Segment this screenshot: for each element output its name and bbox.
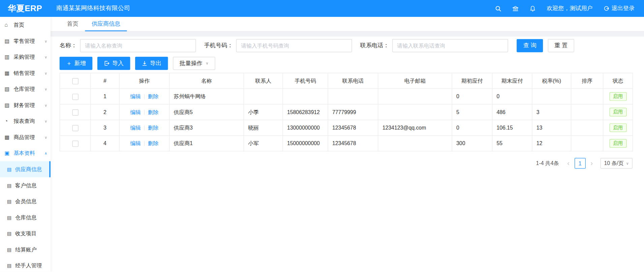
delete-link[interactable]: 删除	[148, 125, 159, 131]
row-actions: 编辑删除	[119, 89, 170, 104]
sidebar-item[interactable]: ▣基本资料∧	[0, 145, 51, 161]
add-button-label: 新增	[74, 60, 86, 67]
retail-icon: ▤	[4, 38, 10, 44]
next-page-button[interactable]: ›	[586, 158, 597, 169]
row-actions: 编辑删除	[119, 136, 170, 151]
cell-sort	[571, 120, 603, 135]
name-filter-input[interactable]	[80, 39, 196, 52]
sidebar-item[interactable]: ⌂首页	[0, 17, 51, 33]
app-root: 华夏ERP 南通某某网络科技有限公司 欢迎您，测试用户 退出登录 ⌂首页▤零售管…	[0, 0, 644, 272]
page-content: 名称： 手机号码： 联系电话： 查 询 重 置 ＋ 新增	[51, 36, 644, 168]
sidebar-item[interactable]: ▧仓库管理∨	[0, 81, 51, 97]
page-number-button[interactable]: 1	[575, 158, 586, 169]
column-header: 联系电话	[328, 73, 378, 88]
mobile-filter-input[interactable]	[236, 39, 352, 52]
cell-mobile: 13000000000	[283, 120, 328, 135]
edit-link[interactable]: 编辑	[130, 125, 141, 131]
sidebar-subitem-label: 经手人管理	[15, 262, 42, 269]
sidebar-item-label: 财务管理	[13, 101, 35, 109]
doc-icon: ▤	[7, 215, 13, 220]
cell-sort	[571, 89, 603, 104]
telephone-filter-input[interactable]	[392, 39, 508, 52]
export-button[interactable]: 导出	[135, 57, 168, 70]
batch-operations-button[interactable]: 批量操作 ∨	[173, 57, 215, 70]
chevron-down-icon: ∨	[206, 61, 209, 65]
delete-link[interactable]: 删除	[148, 140, 159, 146]
pagination: 1-4 共4条 ‹ 1 › 10 条/页 ∨	[60, 158, 633, 169]
sidebar-subitem[interactable]: ▤供应商信息	[0, 161, 51, 178]
cell-mobile	[283, 89, 328, 104]
tab-home[interactable]: 首页	[60, 17, 85, 31]
delete-link[interactable]: 删除	[148, 109, 159, 115]
sidebar-subitem[interactable]: ▤经手人管理	[0, 257, 51, 272]
search-button[interactable]: 查 询	[517, 39, 543, 52]
sidebar-item[interactable]: ▥采购管理∨	[0, 49, 51, 65]
chevron-down-icon: ∨	[44, 119, 47, 123]
sales-icon: ▦	[4, 70, 10, 76]
bank-icon[interactable]	[512, 5, 519, 12]
sidebar-subitem[interactable]: ▤客户信息	[0, 177, 51, 193]
cell-name: 供应商3	[170, 120, 244, 135]
table-row: 3编辑删除供应商3晓丽13000000000123456781234123@qq…	[60, 120, 633, 135]
cell-email	[378, 136, 452, 151]
add-button[interactable]: ＋ 新增	[60, 57, 93, 70]
row-checkbox[interactable]	[72, 109, 78, 115]
row-checkbox[interactable]	[72, 125, 78, 131]
edit-link[interactable]: 编辑	[130, 140, 141, 146]
edit-link[interactable]: 编辑	[130, 109, 141, 115]
sidebar-item-label: 仓库管理	[13, 85, 35, 93]
cell-sort	[571, 104, 603, 120]
bell-icon[interactable]	[529, 5, 536, 12]
row-checkbox[interactable]	[72, 140, 78, 146]
row-actions: 编辑删除	[119, 120, 170, 135]
action-divider	[144, 110, 145, 115]
sidebar-item-label: 基本资料	[13, 149, 35, 157]
sidebar-item[interactable]: ◔报表查询∨	[0, 113, 51, 129]
sidebar-item-label: 商品管理	[13, 133, 35, 141]
chevron-down-icon: ∨	[44, 87, 47, 91]
cell-tax: 3	[532, 104, 571, 120]
sidebar-subitem[interactable]: ▤会员信息	[0, 193, 51, 210]
row-checkbox[interactable]	[72, 93, 78, 100]
sidebar-item-label: 销售管理	[13, 69, 35, 77]
status-badge: 启用	[609, 92, 626, 101]
reset-button[interactable]: 重 置	[548, 39, 574, 52]
delete-link[interactable]: 删除	[148, 93, 159, 99]
row-actions: 编辑删除	[119, 104, 170, 120]
doc-icon: ▤	[7, 230, 13, 236]
sidebar-item-label: 首页	[13, 21, 24, 29]
edit-link[interactable]: 编辑	[130, 93, 141, 99]
column-header: 排序	[571, 73, 603, 88]
select-all-checkbox[interactable]	[72, 78, 78, 84]
sidebar-item[interactable]: ▤零售管理∨	[0, 33, 51, 49]
table-header-row: #操作名称联系人手机号码联系电话电子邮箱期初应付期末应付税率(%)排序状态	[60, 73, 633, 88]
chevron-down-icon: ∨	[44, 55, 47, 59]
page-size-select[interactable]: 10 条/页 ∨	[600, 158, 632, 169]
prev-page-button[interactable]: ‹	[563, 158, 574, 169]
sidebar-subitem[interactable]: ▤结算账户	[0, 241, 51, 257]
sidebar-item[interactable]: ▦销售管理∨	[0, 65, 51, 81]
sidebar-item[interactable]: ▩商品管理∨	[0, 129, 51, 145]
cell-end: 0	[492, 89, 532, 104]
search-icon[interactable]	[495, 5, 502, 12]
table-row: 1编辑删除苏州蜗牛网络00启用	[60, 89, 633, 104]
sidebar-subitem-label: 仓库信息	[15, 214, 36, 221]
action-divider	[144, 126, 145, 131]
sidebar-subitem[interactable]: ▤仓库信息	[0, 209, 51, 225]
sidebar-item[interactable]: ▨财务管理∨	[0, 97, 51, 113]
cell-begin: 0	[452, 120, 492, 135]
cell-begin: 0	[452, 89, 492, 104]
sidebar-subitem-label: 客户信息	[15, 182, 36, 189]
status-badge: 启用	[609, 139, 626, 148]
tab-supplier-info[interactable]: 供应商信息	[85, 17, 127, 31]
cell-end: 55	[492, 136, 532, 151]
import-icon	[104, 60, 110, 66]
mobile-filter-label: 手机号码：	[204, 42, 233, 49]
sidebar-subitem[interactable]: ▤收支项目	[0, 225, 51, 242]
sidebar-subitem-label: 结算账户	[15, 246, 36, 253]
column-header: 操作	[119, 73, 170, 88]
cell-name: 供应商5	[170, 104, 244, 120]
logout-button[interactable]: 退出登录	[603, 5, 635, 12]
import-button[interactable]: 导入	[97, 57, 130, 70]
app-logo: 华夏ERP	[0, 3, 51, 14]
